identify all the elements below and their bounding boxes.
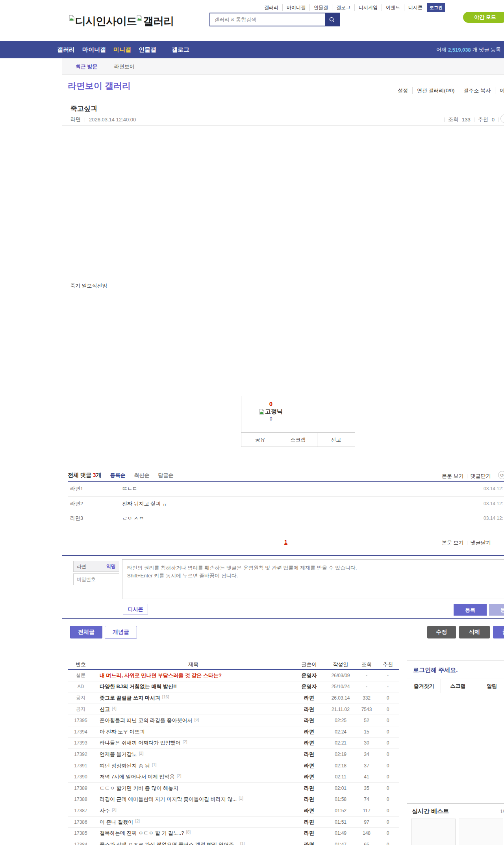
sidebar-tab[interactable]: 즐겨찾기 [407,679,441,693]
post-author-cell[interactable]: 운영자 [293,672,325,679]
post-author-cell[interactable]: 라면 [293,706,325,713]
table-row[interactable]: 설문 내 며느리, 사위로 만나면 부담스러울 것 같은 스타는? 운영자 26… [68,670,399,681]
post-link[interactable]: 라깅이 근데 애미들한테 지가 마지막 좆이돌이길 바라지 않... [100,796,237,802]
top-link[interactable]: 디시게임 [354,4,378,11]
post-author-cell[interactable]: 라면 [293,751,325,758]
refresh-icon[interactable]: ⟳ [498,471,504,479]
nav-item[interactable]: 갤로그 [164,46,189,54]
post-link[interactable]: 띠닌 정상화된지 좀 됨 [100,763,150,769]
delete-button[interactable]: 삭제 [459,626,490,638]
share-button[interactable]: 공유 [241,433,279,447]
close-comments-link[interactable]: 댓글닫기 [471,539,491,546]
scrap-button[interactable]: 스크랩 [279,433,317,447]
sidebar-tab[interactable]: 알림 [475,679,504,693]
post-author-cell[interactable]: 라면 [293,739,325,746]
best-thumbnail[interactable] [459,819,503,845]
post-author-cell[interactable]: 라면 [293,830,325,837]
post-link[interactable]: ㅌㅌㅇ 할거면 커버 좀 많이 해놓지 [100,785,178,791]
table-row[interactable]: 17393 라냐들은 쥐새끼 어쩌다가 입양했어[2] 라면 02:21 30 … [68,738,399,749]
post-link[interactable]: 존아힘들긔 띠닌 코의 라깅을 좋아햇어서 [100,717,192,723]
table-row[interactable]: 17385 갤복하는데 진짜 ㅇㅌㅇ 할 거 같노..?[8] 라면 01:49… [68,828,399,839]
table-row[interactable]: 17391 띠닌 정상화된지 좀 됨[1] 라면 02:18 37 0 [68,760,399,772]
nav-item[interactable]: 마이너갤 [82,46,106,54]
table-row[interactable]: 17384 좆소가 상생 ㅇㅈㄹ 가식 떨었으면 좆버스 계정 빨리 열어주..… [68,839,399,845]
edit-button[interactable]: 수정 [427,626,456,638]
post-link[interactable]: 어 즌나 잘됐어 [100,819,133,825]
post-author-cell[interactable]: 라면 [293,762,325,769]
page-1[interactable]: 1 [284,539,287,545]
realtime-best-pagination[interactable]: 1/ [500,809,504,814]
gallery-title[interactable]: 라면보이 갤러리 [68,80,131,92]
night-mode-toggle[interactable]: 야간 모드 [463,12,504,23]
post-link[interactable]: 좆그로 끌릴글 쓰지 마시긔 [100,695,160,701]
post-link[interactable]: 라냐들은 쥐새끼 어쩌다가 입양했어 [100,740,181,746]
nav-item[interactable]: 갤러리 [57,46,75,54]
gallery-util-link[interactable]: 이용안내 [495,87,504,94]
post-author-cell[interactable]: 라면 [293,785,325,792]
top-link[interactable]: 갤러리 [264,4,278,11]
post-author-cell[interactable]: 라면 [293,694,325,702]
post-link[interactable]: 아 진짜 노무 이쁘긔 [100,729,145,735]
table-row[interactable]: 17389 ㅌㅌㅇ 할거면 커버 좀 많이 해놓지 라면 02:01 35 0 [68,783,399,794]
comment-author[interactable]: 라면2 [70,500,122,507]
nav-item[interactable]: 인물갤 [139,46,156,54]
best-posts-button[interactable]: 개념글 [105,626,137,638]
top-link[interactable]: 마이너갤 [282,4,306,11]
comment-sort-tab[interactable]: 답글순 [158,472,174,479]
post-author-cell[interactable]: 운영자 [293,683,325,690]
anonymous-toggle[interactable]: 익명 [106,563,119,570]
dccon-button[interactable]: 디시콘 [123,604,148,614]
submit-comment-button-secondary[interactable]: 등록 [489,604,504,616]
table-row[interactable]: 공지 신고[4] 라면 21.11.02 7543 0 [68,704,399,715]
search-input[interactable] [210,13,325,26]
table-row[interactable]: 17387 사주[3] 라면 01:52 117 0 [68,805,399,817]
breadcrumb-current[interactable]: 라면보이 [114,63,135,70]
comment-author[interactable]: 라면1 [70,485,122,492]
table-row[interactable]: 17394 아 진짜 노무 이쁘긔 라면 02:24 15 0 [68,726,399,738]
write-button[interactable]: 글쓰기 [493,626,504,638]
post-link[interactable]: 갤복하는데 진짜 ㅇㅌㅇ 할 거 같노..? [100,830,184,836]
post-link[interactable]: 신고 [100,706,110,712]
table-row[interactable]: 17390 저녁 7시에 일어나서 이제 밥먹음[2] 라면 02:11 41 … [68,771,399,783]
report-button[interactable]: 신고 [317,433,355,447]
post-link[interactable]: 사주 [100,808,110,813]
post-link[interactable]: 내 며느리, 사위로 만나면 부담스러울 것 같은 스타는? [100,672,222,678]
table-row[interactable]: 17386 어 즌나 잘됐어[2] 라면 01:51 97 0 [68,817,399,828]
post-link[interactable]: 좆소가 상생 ㅇㅈㄹ 가식 떨었으면 좆버스 계정 빨리 열어주... [100,841,238,845]
best-thumbnail[interactable] [411,819,456,845]
table-row[interactable]: 17395 존아힘들긔 띠닌 코의 라깅을 좋아햇어서[6] 라면 02:25 … [68,715,399,726]
close-comments-link[interactable]: 댓글닫기 [471,473,491,480]
table-row[interactable]: AD 다양한 BJ의 거침없는 매력 발산!! 운영자 25/10/24 - - [68,681,399,693]
view-post-link[interactable]: 본문 보기 [442,539,464,546]
login-button[interactable]: 로그인 [427,3,445,12]
post-link[interactable]: 다양한 BJ의 거침없는 매력 발산!! [100,683,177,689]
post-author[interactable]: 라면 [70,116,81,123]
post-author-cell[interactable]: 라면 [293,819,325,826]
post-author-cell[interactable]: 라면 [293,717,325,724]
comment-author[interactable]: 라면3 [70,515,122,522]
table-row[interactable]: 공지 좆그로 끌릴글 쓰지 마시긔[16] 라면 26.03.14 332 0 [68,692,399,704]
post-link[interactable]: 언제쯤 올거같노 [100,751,137,757]
top-link[interactable]: 이벤트 [382,4,400,11]
post-author-cell[interactable]: 라면 [293,773,325,780]
post-link[interactable]: 저녁 7시에 일어나서 이제 밥먹음 [100,774,175,780]
gallery-util-link[interactable]: 갤주소 복사 [459,87,491,94]
gallery-util-link[interactable]: 설정 [398,87,408,94]
post-author-cell[interactable]: 라면 [293,807,325,814]
table-row[interactable]: 17388 라깅이 근데 애미들한테 지가 마지막 좆이돌이길 바라지 않...… [68,794,399,806]
post-author-cell[interactable]: 라면 [293,796,325,803]
top-link[interactable]: 디시콘 [404,4,422,11]
top-link[interactable]: 갤로그 [332,4,350,11]
recent-visit-label[interactable]: 최근 방문 [76,63,98,70]
comment-sort-tab[interactable]: 최신순 [134,472,150,479]
comment-textarea[interactable]: 타인의 권리를 침해하거나 명예를 훼손하는 댓글은 운영원칙 및 관련 법률에… [122,559,504,599]
top-link[interactable]: 인물갤 [309,4,328,11]
partial-icon[interactable] [500,114,504,123]
site-logo[interactable]: 디시인사이드 갤러리 [69,14,174,28]
view-post-link[interactable]: 본문 보기 [442,473,464,480]
password-field[interactable] [73,573,119,585]
search-button[interactable] [325,13,339,26]
table-row[interactable]: 17392 언제쯤 올거같노[2] 라면 02:19 34 0 [68,749,399,760]
comment-sort-tab[interactable]: 등록순 [110,472,126,479]
post-author-cell[interactable]: 라면 [293,841,325,845]
